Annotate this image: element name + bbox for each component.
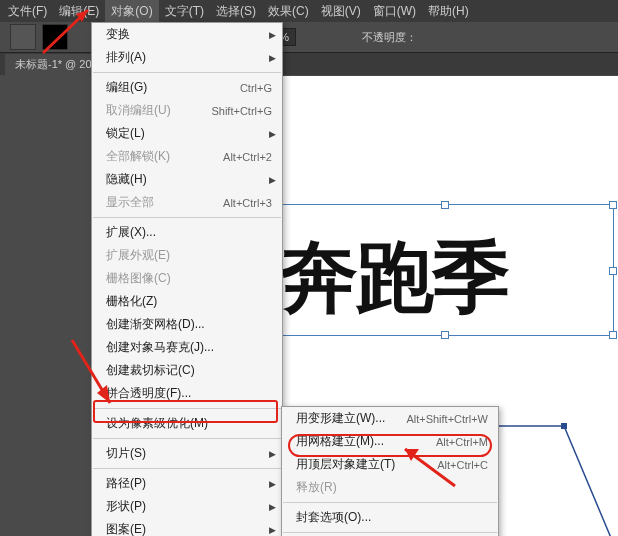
text-object[interactable]: 奔跑季 <box>280 226 508 331</box>
menu-object[interactable]: 对象(O) <box>105 0 158 23</box>
menu-effect[interactable]: 效果(C) <box>262 0 315 23</box>
smi-make-with-warp[interactable]: 用变形建立(W)...Alt+Shift+Ctrl+W <box>282 407 498 430</box>
mi-group[interactable]: 编组(G)Ctrl+G <box>92 76 282 99</box>
menu-bar: 文件(F) 编辑(E) 对象(O) 文字(T) 选择(S) 效果(C) 视图(V… <box>0 0 618 22</box>
mi-arrange[interactable]: 排列(A)▶ <box>92 46 282 69</box>
mi-expand[interactable]: 扩展(X)... <box>92 221 282 244</box>
mi-hide[interactable]: 隐藏(H)▶ <box>92 168 282 191</box>
menu-select[interactable]: 选择(S) <box>210 0 262 23</box>
smi-release[interactable]: 释放(R) <box>282 476 498 499</box>
mi-rasterize-image[interactable]: 栅格图像(C) <box>92 267 282 290</box>
mi-object-mosaic[interactable]: 创建对象马赛克(J)... <box>92 336 282 359</box>
mi-pattern[interactable]: 图案(E)▶ <box>92 518 282 536</box>
mi-shape[interactable]: 形状(P)▶ <box>92 495 282 518</box>
smi-make-with-mesh[interactable]: 用网格建立(M)...Alt+Ctrl+M <box>282 430 498 453</box>
mi-slice[interactable]: 切片(S)▶ <box>92 442 282 465</box>
menu-text[interactable]: 文字(T) <box>159 0 210 23</box>
mi-rasterize[interactable]: 栅格化(Z) <box>92 290 282 313</box>
mi-ungroup[interactable]: 取消编组(U)Shift+Ctrl+G <box>92 99 282 122</box>
mi-unlock-all[interactable]: 全部解锁(K)Alt+Ctrl+2 <box>92 145 282 168</box>
mi-gradient-mesh[interactable]: 创建渐变网格(D)... <box>92 313 282 336</box>
mi-crop-marks[interactable]: 创建裁切标记(C) <box>92 359 282 382</box>
mi-show-all[interactable]: 显示全部Alt+Ctrl+3 <box>92 191 282 214</box>
smi-envelope-options[interactable]: 封套选项(O)... <box>282 506 498 529</box>
mi-lock[interactable]: 锁定(L)▶ <box>92 122 282 145</box>
menu-file[interactable]: 文件(F) <box>2 0 53 23</box>
menu-view[interactable]: 视图(V) <box>315 0 367 23</box>
stroke-swatch[interactable] <box>10 24 36 50</box>
fill-swatch[interactable] <box>42 24 68 50</box>
mi-pixel-optimize[interactable]: 设为像素级优化(M) <box>92 412 282 435</box>
menu-window[interactable]: 窗口(W) <box>367 0 422 23</box>
mi-path[interactable]: 路径(P)▶ <box>92 472 282 495</box>
envelope-submenu: 用变形建立(W)...Alt+Shift+Ctrl+W 用网格建立(M)...A… <box>281 406 499 536</box>
menu-help[interactable]: 帮助(H) <box>422 0 475 23</box>
opacity-label: 不透明度： <box>362 30 417 45</box>
mi-flatten[interactable]: 拼合透明度(F)... <box>92 382 282 405</box>
mi-expand-appearance[interactable]: 扩展外观(E) <box>92 244 282 267</box>
menu-edit[interactable]: 编辑(E) <box>53 0 105 23</box>
object-menu: 变换▶ 排列(A)▶ 编组(G)Ctrl+G 取消编组(U)Shift+Ctrl… <box>91 22 283 536</box>
smi-make-with-top[interactable]: 用顶层对象建立(T)Alt+Ctrl+C <box>282 453 498 476</box>
mi-transform[interactable]: 变换▶ <box>92 23 282 46</box>
svg-rect-2 <box>561 423 567 429</box>
